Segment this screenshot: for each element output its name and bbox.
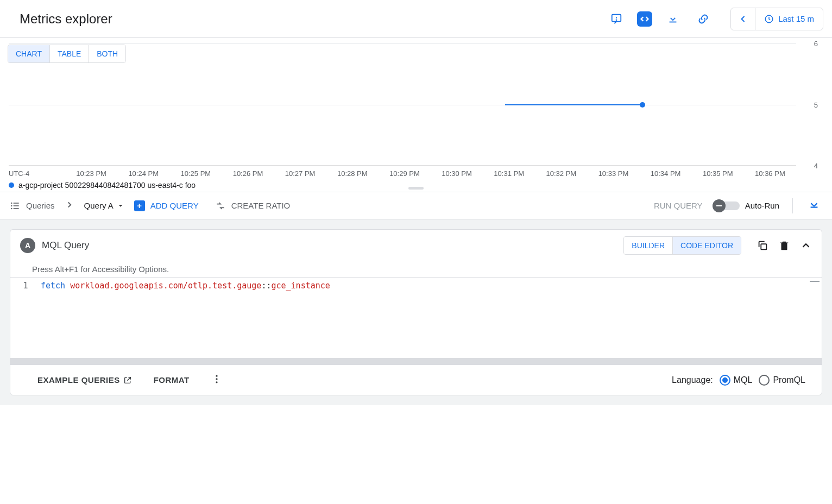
x-tick: 10:30 PM	[431, 169, 483, 178]
svg-point-7	[11, 205, 12, 206]
code-gutter: 1	[10, 278, 41, 358]
code-icon[interactable]	[637, 11, 652, 27]
queries-label-text: Queries	[26, 201, 55, 210]
x-tick: 10:31 PM	[483, 169, 535, 178]
divider	[792, 198, 793, 213]
ratio-icon	[215, 200, 226, 211]
x-tick: 10:28 PM	[326, 169, 379, 178]
svg-point-9	[11, 207, 12, 209]
delete-icon[interactable]	[778, 240, 790, 251]
more-menu-button[interactable]	[211, 374, 222, 386]
chart-data-point[interactable]	[640, 102, 645, 108]
mode-builder-button[interactable]: BUILDER	[624, 237, 672, 254]
example-queries-label: EXAMPLE QUERIES	[37, 375, 120, 385]
code-editor[interactable]: 1 fetch workload.googleapis.com/otlp.tes…	[10, 277, 822, 358]
x-tick: 10:26 PM	[222, 169, 274, 178]
chevron-right-icon	[65, 200, 74, 211]
line-number: 1	[10, 281, 41, 291]
y-tick: 4	[814, 162, 818, 170]
language-label: Language:	[672, 375, 713, 385]
feedback-icon[interactable]	[607, 9, 626, 29]
collapse-button[interactable]	[806, 197, 822, 215]
x-tick: 10:27 PM	[274, 169, 326, 178]
code-operator: ::	[261, 281, 271, 291]
svg-rect-8	[14, 205, 19, 206]
chart-timezone: UTC-4	[9, 169, 65, 178]
time-range-selector: Last 15 m	[730, 8, 823, 30]
svg-rect-3	[670, 21, 677, 22]
panel-footer: EXAMPLE QUERIES FORMAT Language: MQL Pro…	[10, 365, 822, 395]
page-title: Metrics explorer	[20, 11, 112, 27]
link-icon[interactable]	[694, 9, 713, 29]
radio-checked-icon	[720, 375, 730, 386]
x-tick: 10:34 PM	[640, 169, 692, 178]
more-vert-icon	[211, 374, 222, 385]
add-query-label: ADD QUERY	[150, 201, 199, 210]
svg-rect-6	[14, 203, 19, 204]
y-tick: 5	[814, 100, 818, 109]
x-tick: 10:36 PM	[744, 169, 796, 178]
chart-series-line	[505, 104, 643, 105]
plus-icon: +	[134, 200, 145, 211]
code-path: workload.googleapis.com/otlp.test.gauge	[70, 281, 261, 291]
svg-rect-10	[14, 208, 19, 209]
language-mql-label: MQL	[734, 375, 753, 385]
create-ratio-label: CREATE RATIO	[231, 201, 291, 210]
auto-run-label: Auto-Run	[745, 201, 779, 210]
language-selector: Language: MQL PromQL	[672, 375, 805, 386]
language-radio-mql[interactable]: MQL	[720, 375, 753, 386]
auto-run-toggle-group: Auto-Run	[713, 199, 779, 212]
mode-code-button[interactable]: CODE EDITOR	[672, 237, 741, 254]
svg-point-2	[616, 20, 617, 20]
format-button[interactable]: FORMAT	[154, 375, 190, 385]
chart-legend[interactable]: a-gcp-project 5002298440842481700 us-eas…	[9, 178, 823, 190]
code-scrollbar[interactable]	[10, 358, 822, 365]
list-icon	[10, 200, 21, 211]
language-radio-promql[interactable]: PromQL	[759, 375, 805, 386]
x-tick: 10:25 PM	[169, 169, 222, 178]
open-external-icon	[123, 376, 132, 385]
code-keyword: fetch	[41, 281, 65, 291]
svg-point-5	[11, 202, 12, 204]
time-prev-button[interactable]	[731, 8, 755, 30]
query-name-label: Query A	[84, 201, 114, 210]
copy-icon[interactable]	[757, 240, 768, 251]
svg-point-15	[216, 381, 217, 383]
x-tick: 10:29 PM	[379, 169, 431, 178]
legend-label: a-gcp-project 5002298440842481700 us-eas…	[18, 181, 196, 190]
y-tick: 6	[814, 40, 818, 48]
page-header: Metrics explorer Last 15 m	[0, 0, 832, 38]
chart-area: 6 5 4 UTC-4 10:23 PM 10:24 PM 10:25 PM 1…	[0, 43, 832, 185]
format-label: FORMAT	[154, 375, 190, 385]
example-queries-link[interactable]: EXAMPLE QUERIES	[37, 375, 132, 385]
radio-unchecked-icon	[759, 375, 770, 386]
editor-mode-toggle: BUILDER CODE EDITOR	[623, 236, 741, 255]
x-tick: 10:35 PM	[692, 169, 744, 178]
time-range-label: Last 15 m	[778, 14, 814, 23]
auto-run-toggle[interactable]	[713, 199, 740, 212]
accessibility-hint: Press Alt+F1 for Accessibility Options.	[10, 261, 822, 277]
svg-point-14	[216, 378, 217, 380]
code-resource: gce_instance	[271, 281, 330, 291]
add-query-button[interactable]: + ADD QUERY	[134, 200, 199, 211]
svg-point-13	[216, 375, 217, 377]
chart-x-axis: UTC-4 10:23 PM 10:24 PM 10:25 PM 10:26 P…	[9, 166, 823, 178]
time-range-button[interactable]: Last 15 m	[755, 14, 823, 24]
panel-header: A MQL Query BUILDER CODE EDITOR	[10, 230, 822, 261]
download-icon[interactable]	[663, 9, 683, 29]
query-panel: A MQL Query BUILDER CODE EDITOR Press Al…	[10, 229, 822, 395]
legend-dot-icon	[9, 182, 14, 188]
run-query-button[interactable]: RUN QUERY	[654, 201, 703, 210]
query-name-dropdown[interactable]: Query A	[84, 201, 124, 210]
query-badge: A	[20, 238, 35, 253]
query-content-area: A MQL Query BUILDER CODE EDITOR Press Al…	[0, 219, 832, 405]
panel-title: MQL Query	[42, 240, 89, 251]
x-tick: 10:32 PM	[535, 169, 587, 178]
caret-down-icon	[117, 202, 124, 210]
queries-breadcrumb[interactable]: Queries	[10, 200, 55, 211]
code-content[interactable]: fetch workload.googleapis.com/otlp.test.…	[41, 278, 822, 358]
create-ratio-button[interactable]: CREATE RATIO	[215, 200, 291, 211]
svg-rect-12	[761, 244, 766, 249]
chevron-up-icon[interactable]	[800, 240, 812, 251]
chart-plot[interactable]: 6 5 4	[9, 43, 796, 166]
